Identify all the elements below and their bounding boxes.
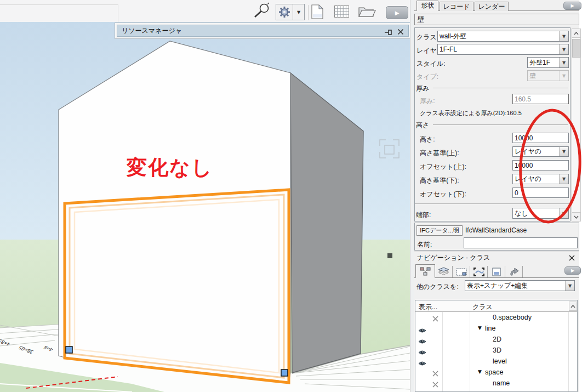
chevron-down-icon: [574, 215, 579, 219]
class-tree-row[interactable]: 2D: [415, 334, 577, 345]
tab-record[interactable]: レコード: [440, 2, 473, 11]
tab-overflow-button[interactable]: ▶: [563, 2, 581, 10]
new-document-button[interactable]: [311, 5, 324, 20]
tree-expand-icon[interactable]: ▼: [478, 325, 482, 331]
name-label: 名前:: [417, 240, 432, 249]
table-scroll-up-button[interactable]: [569, 302, 577, 311]
height-input[interactable]: 10000: [512, 133, 569, 143]
close-icon[interactable]: [397, 27, 404, 37]
chevron-down-icon[interactable]: ▼: [559, 174, 568, 184]
other-classes-label: 他のクラスを:: [416, 282, 459, 292]
height-group-header: 高さ: [416, 121, 429, 130]
3d-viewport-canvas[interactable]: 4=835 3B=85 4=8: [0, 22, 410, 392]
height-datum-bottom-label: 高さ基準(下):: [420, 176, 459, 185]
nav-tab-references[interactable]: [505, 266, 523, 277]
application-window: ▼ ▶: [0, 0, 582, 392]
selection-handle-left[interactable]: [66, 346, 72, 353]
class-name[interactable]: 0.spacebody: [493, 314, 532, 321]
nav-tab-classes[interactable]: [415, 264, 435, 278]
zoom-tool-button[interactable]: [253, 3, 271, 20]
viewport-icon: [456, 268, 467, 276]
hidden-x-icon[interactable]: [432, 380, 438, 390]
scroll-down-button[interactable]: [572, 212, 581, 221]
class-column-header[interactable]: クラス: [472, 303, 493, 312]
grid-sheet-button[interactable]: [334, 6, 349, 19]
thickness-note: クラス表示設定による厚み(2D):160.5: [420, 109, 522, 117]
name-input[interactable]: [464, 237, 578, 248]
chevron-up-icon: [570, 305, 575, 308]
toolbar-overflow-button[interactable]: ▶: [386, 6, 408, 19]
scroll-up-button[interactable]: [572, 29, 581, 38]
other-classes-dropdown[interactable]: 表示+スナップ+編集 ▼: [465, 280, 575, 291]
class-tree-row[interactable]: level: [415, 356, 577, 367]
nav-tab-design-layers[interactable]: [488, 266, 505, 277]
chevron-down-icon[interactable]: ▼: [559, 58, 568, 67]
locus-point[interactable]: [387, 253, 392, 258]
class-tree-row[interactable]: 3D: [415, 345, 577, 356]
chevron-down-icon[interactable]: ▼: [559, 31, 568, 41]
class-tree-row[interactable]: 0.spacebody: [415, 312, 577, 323]
layer-label: レイヤ:: [416, 46, 438, 55]
close-icon[interactable]: [569, 255, 575, 263]
class-tree-row[interactable]: ▼line: [415, 323, 577, 334]
class-name[interactable]: 3D: [493, 346, 501, 354]
class-label: クラス:: [416, 33, 438, 42]
thickness-label: 厚み:: [420, 96, 435, 106]
settings-split-button[interactable]: ▼: [276, 4, 305, 20]
tree-expand-icon[interactable]: ▼: [478, 369, 482, 374]
tab-shape[interactable]: 形状: [416, 1, 438, 11]
chevron-down-icon[interactable]: ▼: [559, 147, 568, 156]
chevron-down-icon[interactable]: ▼: [559, 44, 568, 54]
tab-render[interactable]: レンダー: [475, 2, 509, 11]
gear-icon[interactable]: [276, 4, 293, 20]
class-combobox[interactable]: wall-外壁 ▼: [437, 31, 569, 42]
offset-top-label: オフセット(上):: [420, 162, 466, 172]
top-toolbar: ▼ ▶: [0, 0, 410, 22]
reference-arrow-icon: [509, 268, 520, 276]
selection-handle-right[interactable]: [281, 370, 288, 376]
open-folder-button[interactable]: [356, 4, 377, 20]
class-tree-row[interactable]: ▼space: [415, 367, 577, 378]
nav-tab-layers[interactable]: [435, 266, 453, 277]
offset-top-input[interactable]: 10000: [512, 160, 569, 171]
class-name[interactable]: space: [485, 368, 503, 376]
section-separator: [415, 203, 570, 204]
class-name[interactable]: level: [493, 357, 507, 365]
dock-pin-icon[interactable]: [384, 28, 392, 38]
height-datum-top-dropdown[interactable]: レイヤの ▼: [512, 146, 569, 157]
height-datum-bottom-dropdown[interactable]: レイヤの ▼: [512, 174, 569, 184]
endcap-dropdown[interactable]: なし ▼: [512, 208, 569, 219]
chevron-down-icon[interactable]: ▼: [565, 281, 574, 291]
nav-overflow-button[interactable]: ▶: [564, 266, 581, 275]
class-tree-table: 表示... クラス 0.spacebody▼line2D3Dlevel▼spac…: [415, 300, 578, 392]
style-dropdown[interactable]: 外壁1F ▼: [527, 57, 569, 68]
grid-icon: [334, 5, 349, 20]
offset-bottom-input[interactable]: 0: [512, 188, 569, 198]
class-name[interactable]: 2D: [493, 336, 501, 343]
table-header[interactable]: 表示... クラス: [415, 300, 577, 312]
layer-combobox[interactable]: 1F-FL ▼: [437, 44, 569, 55]
navigation-titlebar[interactable]: ナビゲーション - クラス: [414, 252, 579, 263]
class-name[interactable]: line: [485, 325, 495, 332]
scrollbar-thumb[interactable]: [572, 39, 580, 58]
resource-manager-titlebar[interactable]: リソースマネージャ: [115, 22, 411, 39]
classes-nodes-icon: [420, 267, 431, 276]
class-name[interactable]: name: [493, 379, 510, 387]
right-arrow-icon: ▶: [395, 10, 400, 16]
annotation-text: 変化なし: [127, 154, 213, 181]
folder-icon: [357, 3, 376, 21]
ifc-data-button[interactable]: IFCデータ...明: [416, 225, 463, 236]
ifc-entity-value: IfcWallStandardCase: [465, 226, 527, 234]
thickness-group-header: 厚み: [416, 84, 429, 93]
gear-dropdown-arrow-icon[interactable]: ▼: [293, 4, 304, 20]
group-rule: [433, 88, 568, 88]
visibility-column-header[interactable]: 表示...: [419, 303, 437, 312]
class-tree-row[interactable]: name: [415, 378, 577, 389]
nav-tab-viewports[interactable]: [453, 266, 470, 277]
panel-divider-strip[interactable]: [410, 0, 414, 392]
endcap-label: 端部:: [416, 211, 431, 220]
nav-tab-saved-views[interactable]: [470, 266, 488, 277]
chevron-down-icon[interactable]: ▼: [559, 208, 568, 218]
height-datum-top-label: 高さ基準(上):: [420, 149, 459, 158]
toolbar-divider-vertical: [118, 4, 118, 22]
